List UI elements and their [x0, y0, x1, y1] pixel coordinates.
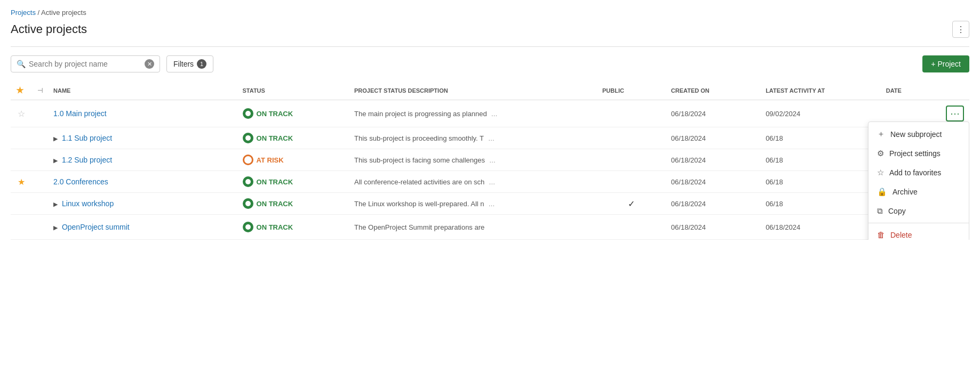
name-cell: 1.0 Main project	[48, 100, 237, 127]
header-divider	[11, 46, 969, 47]
desc-more[interactable]: …	[488, 135, 495, 142]
activity-cell: 06/18	[760, 193, 881, 215]
col-actions	[923, 81, 969, 100]
status-cell: ON TRACK	[237, 171, 349, 193]
menu-item-delete[interactable]: 🗑 Delete	[869, 225, 969, 240]
name-cell: 2.0 Conferences	[48, 171, 237, 193]
col-created: CREATED ON	[666, 81, 760, 100]
table-body: ☆ 1.0 Main project ON TRACK	[11, 100, 969, 240]
public-cell	[597, 127, 666, 149]
star-cell[interactable]: ☆	[11, 100, 32, 127]
menu-item-copy[interactable]: ⧉ Copy	[869, 201, 969, 221]
col-status: STATUS	[237, 81, 349, 100]
clear-search-button[interactable]: ✕	[145, 59, 154, 69]
desc-more[interactable]: …	[491, 110, 498, 118]
table-row: ▶ OpenProject summit ON TRACK The OpenPr…	[11, 215, 969, 240]
activity-date: 06/18	[766, 134, 783, 142]
status-dot-on-track	[243, 198, 253, 209]
desc-text: The main project is progressing as plann…	[354, 110, 487, 118]
actions-cell: ⋯ ＋ New subproject ⚙ Project settings	[923, 100, 969, 127]
status-label: ON TRACK	[257, 223, 293, 231]
status-badge: ON TRACK	[243, 176, 344, 187]
desc-more[interactable]: …	[488, 200, 495, 208]
filters-button[interactable]: Filters 1	[166, 55, 213, 72]
table-row: ▶ 1.1 Sub project ON TRACK This sub-proj…	[11, 127, 969, 149]
desc-text: This sub-project is proceeding smoothly.…	[354, 134, 484, 142]
status-badge: ON TRACK	[243, 133, 344, 143]
page-header: Active projects ⋮	[11, 21, 969, 38]
activity-date: 06/18	[766, 200, 783, 208]
expand-arrow-icon[interactable]: ▶	[53, 201, 58, 207]
desc-cell: The main project is progressing as plann…	[349, 100, 597, 127]
desc-more[interactable]: …	[489, 179, 495, 186]
menu-item-new-subproject[interactable]: ＋ New subproject	[869, 124, 969, 144]
menu-item-add-favorites[interactable]: ☆ Add to favorites	[869, 163, 969, 182]
activity-cell: 09/02/2024	[760, 100, 881, 127]
indent-cell	[32, 193, 48, 215]
plus-icon: ＋	[877, 129, 885, 139]
menu-divider	[869, 223, 969, 223]
search-icon: 🔍	[17, 60, 26, 68]
search-box: 🔍 ✕	[11, 55, 160, 72]
page-title: Active projects	[11, 22, 87, 36]
status-label: AT RISK	[257, 156, 284, 164]
created-cell: 06/18/2024	[666, 127, 760, 149]
project-link[interactable]: Linux workshop	[62, 199, 114, 208]
star-icon[interactable]: ☆	[18, 109, 25, 118]
status-dot-on-track	[243, 108, 253, 119]
status-dot-on-track	[243, 133, 253, 143]
breadcrumb-parent-link[interactable]: Projects	[11, 9, 36, 17]
status-dot-on-track	[243, 176, 253, 187]
status-badge: ON TRACK	[243, 108, 344, 119]
public-cell	[597, 100, 666, 127]
activity-cell: 06/18	[760, 171, 881, 193]
lock-icon: 🔒	[877, 187, 887, 197]
name-cell: ▶ OpenProject summit	[48, 215, 237, 240]
project-link[interactable]: 1.2 Sub project	[62, 156, 112, 164]
desc-cell: This sub-project is proceeding smoothly.…	[349, 127, 597, 149]
star-cell	[11, 127, 32, 149]
expand-arrow-icon[interactable]: ▶	[53, 157, 58, 164]
project-link[interactable]: 1.1 Sub project	[62, 134, 112, 142]
expand-arrow-icon[interactable]: ▶	[53, 135, 58, 142]
status-cell: AT RISK	[237, 149, 349, 171]
created-date: 06/18/2024	[671, 156, 706, 164]
desc-text: The Linux workshop is well-prepared. All…	[354, 200, 484, 208]
public-cell	[597, 171, 666, 193]
status-cell: ON TRACK	[237, 193, 349, 215]
gear-icon: ⚙	[877, 149, 884, 158]
status-label: ON TRACK	[257, 178, 293, 186]
activity-cell: 06/18/2024	[760, 215, 881, 240]
search-input[interactable]	[29, 60, 145, 68]
add-project-button[interactable]: + Project	[922, 55, 969, 72]
created-cell: 06/18/2024	[666, 149, 760, 171]
project-link[interactable]: OpenProject summit	[62, 223, 130, 231]
filters-label: Filters	[173, 60, 194, 68]
desc-text: All conference-related activities are on…	[354, 178, 484, 186]
name-cell: ▶ Linux workshop	[48, 193, 237, 215]
created-cell: 06/18/2024	[666, 100, 760, 127]
activity-date: 06/18	[766, 156, 783, 164]
name-cell: ▶ 1.2 Sub project	[48, 149, 237, 171]
expand-arrow-icon[interactable]: ▶	[53, 224, 58, 231]
header-more-button[interactable]: ⋮	[952, 21, 969, 38]
status-dot-inner	[245, 224, 251, 230]
row-more-button[interactable]: ⋯	[946, 106, 964, 121]
col-date: DATE	[881, 81, 923, 100]
toolbar: 🔍 ✕ Filters 1 + Project	[11, 55, 969, 72]
copy-icon: ⧉	[877, 206, 883, 216]
menu-item-archive[interactable]: 🔒 Archive	[869, 182, 969, 201]
star-cell[interactable]: ★	[11, 171, 32, 193]
created-cell: 06/18/2024	[666, 171, 760, 193]
project-link[interactable]: 1.0 Main project	[53, 109, 107, 118]
projects-table: ★ ⊣ NAME STATUS PROJECT STATUS DESCRIPTI…	[11, 81, 969, 240]
star-filled-icon[interactable]: ★	[18, 177, 25, 187]
project-link[interactable]: 2.0 Conferences	[53, 177, 108, 186]
menu-item-project-settings[interactable]: ⚙ Project settings	[869, 144, 969, 163]
indent-cell	[32, 127, 48, 149]
desc-text: This sub-project is facing some challeng…	[354, 156, 485, 164]
desc-more[interactable]: …	[489, 157, 496, 164]
table-row: ▶ 1.2 Sub project AT RISK This sub-proje…	[11, 149, 969, 171]
public-cell	[597, 215, 666, 240]
created-cell: 06/18/2024	[666, 215, 760, 240]
